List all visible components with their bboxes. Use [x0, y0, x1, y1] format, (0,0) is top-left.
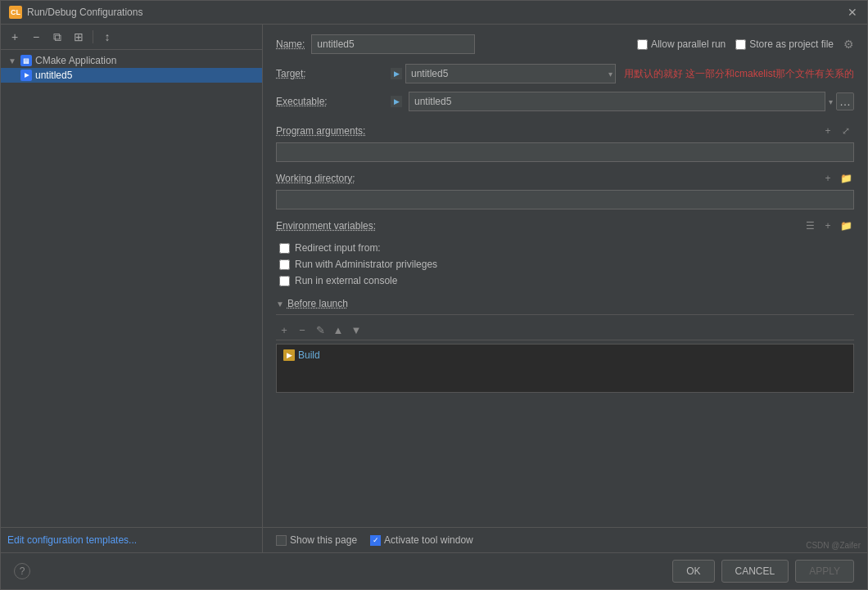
config-toolbar: + − ⧉ ⊞ ↕: [1, 25, 262, 50]
run-admin-row: Run with Administrator privileges: [276, 259, 854, 270]
config-file-icon: ▶: [20, 70, 32, 81]
working-dir-add-button[interactable]: +: [820, 170, 836, 187]
working-dir-browse-button[interactable]: 📁: [838, 170, 854, 187]
exec-dropdown-arrow-icon[interactable]: ▾: [829, 97, 833, 106]
program-args-add-button[interactable]: +: [820, 123, 836, 139]
close-button[interactable]: ✕: [846, 6, 859, 19]
remove-config-button[interactable]: −: [27, 28, 45, 46]
exec-icon: ▶: [391, 96, 402, 107]
run-debug-dialog: CL Run/Debug Configurations ✕ + − ⧉ ⊞ ↕ …: [0, 0, 868, 590]
bottom-checkboxes: Show this page Activate tool window: [263, 527, 867, 552]
run-admin-label: Run with Administrator privileges: [295, 259, 437, 270]
bl-edit-button[interactable]: ✎: [312, 322, 328, 338]
bl-move-up-button[interactable]: ▲: [330, 322, 346, 338]
show-page-checkbox[interactable]: [276, 535, 287, 546]
name-row: Name:: [276, 34, 475, 54]
bl-remove-button[interactable]: −: [294, 322, 310, 338]
program-args-actions: + ⤢: [820, 123, 854, 139]
show-page-label: Show this page: [290, 534, 357, 546]
name-input[interactable]: [311, 34, 475, 54]
env-vars-browse-button[interactable]: 📁: [838, 218, 854, 234]
bl-move-down-button[interactable]: ▼: [348, 322, 364, 338]
allow-parallel-checkbox[interactable]: [637, 39, 648, 50]
store-project-checkbox[interactable]: [735, 39, 746, 50]
before-launch-arrow-icon: ▼: [276, 300, 284, 309]
redirect-input-row: Redirect input from:: [276, 242, 854, 254]
working-dir-row: Working directory: + 📁: [276, 170, 854, 187]
env-vars-actions: ☰ + 📁: [802, 218, 854, 234]
help-button[interactable]: ?: [14, 563, 30, 579]
edit-templates-section: Edit configuration templates...: [1, 527, 262, 552]
env-vars-edit-button[interactable]: ☰: [802, 218, 818, 234]
watermark: CSDN @Zaifer: [806, 541, 861, 550]
right-panel: Name: Allow parallel run Store as projec…: [263, 25, 867, 552]
cmake-folder-icon: ▤: [20, 55, 32, 66]
sort-config-button[interactable]: ↕: [98, 28, 116, 46]
program-args-expand-button[interactable]: ⤢: [838, 123, 854, 139]
redirect-input-checkbox[interactable]: [279, 243, 290, 254]
title-bar-left: CL Run/Debug Configurations: [9, 6, 142, 19]
config-form: Name: Allow parallel run Store as projec…: [263, 25, 867, 527]
build-item[interactable]: ▶ Build: [280, 348, 850, 363]
app-icon: CL: [9, 6, 22, 19]
store-project-label[interactable]: Store as project file: [735, 38, 834, 50]
before-launch-divider: [276, 314, 854, 315]
before-launch-toolbar: + − ✎ ▲ ▼: [276, 320, 854, 340]
name-label: Name:: [276, 38, 305, 50]
redirect-input-label: Redirect input from:: [295, 242, 381, 254]
working-dir-field-row: [276, 190, 854, 209]
program-args-field-row: [276, 142, 854, 162]
edit-templates-link[interactable]: Edit configuration templates...: [7, 534, 137, 546]
activate-tool-checkbox[interactable]: [370, 535, 381, 546]
program-args-label: Program arguments:: [276, 125, 365, 137]
executable-container: ▶ untitled5 ▾ …: [391, 92, 854, 111]
left-panel: + − ⧉ ⊞ ↕ ▼ ▤ CMake Application ▶ untitl…: [1, 25, 263, 552]
target-row: Target: ▶ untitled5 ▾ 用默认的就好 这一部分和cmakel…: [276, 64, 854, 83]
show-page-item[interactable]: Show this page: [276, 534, 357, 546]
expand-icon: ▼: [7, 56, 17, 65]
executable-more-button[interactable]: …: [836, 92, 854, 110]
before-launch-header[interactable]: ▼ Before launch: [276, 298, 854, 309]
bl-add-button[interactable]: +: [276, 322, 292, 338]
ok-button[interactable]: OK: [672, 560, 714, 583]
target-select[interactable]: untitled5: [405, 64, 616, 83]
cmake-app-group[interactable]: ▼ ▤ CMake Application: [1, 53, 262, 68]
working-dir-label: Working directory:: [276, 173, 355, 184]
copy-config-button[interactable]: ⧉: [48, 28, 66, 46]
cancel-button[interactable]: CANCEL: [721, 560, 789, 583]
title-bar: CL Run/Debug Configurations ✕: [1, 1, 867, 25]
gear-icon[interactable]: ⚙: [843, 38, 854, 51]
executable-select[interactable]: untitled5: [409, 92, 825, 111]
activate-tool-label: Activate tool window: [384, 534, 473, 546]
program-args-input[interactable]: [276, 142, 854, 162]
executable-row: Executable: ▶ untitled5 ▾ …: [276, 92, 854, 111]
before-launch-section: ▼ Before launch + − ✎ ▲ ▼ ▶ Buil: [276, 298, 854, 393]
run-external-label: Run in external console: [295, 275, 397, 286]
run-admin-checkbox[interactable]: [279, 259, 290, 270]
target-dropdown-container: ▶ untitled5 ▾: [391, 64, 616, 83]
dialog-title: Run/Debug Configurations: [27, 7, 142, 18]
build-item-label: Build: [298, 349, 320, 361]
run-external-row: Run in external console: [276, 275, 854, 286]
executable-label: Executable:: [276, 96, 391, 107]
config-tree: ▼ ▤ CMake Application ▶ untitled5: [1, 50, 262, 527]
apply-button[interactable]: APPLY: [795, 560, 854, 583]
build-item-icon: ▶: [283, 349, 295, 361]
before-launch-list: ▶ Build: [276, 344, 854, 393]
config-item-untitled5[interactable]: ▶ untitled5: [1, 68, 262, 83]
working-dir-actions: + 📁: [820, 170, 854, 187]
main-content: + − ⧉ ⊞ ↕ ▼ ▤ CMake Application ▶ untitl…: [1, 25, 867, 552]
target-note: 用默认的就好 这一部分和cmakelist那个文件有关系的: [624, 67, 854, 81]
cmake-group-label: CMake Application: [35, 55, 116, 66]
activate-tool-item[interactable]: Activate tool window: [370, 534, 473, 546]
target-icon: ▶: [391, 68, 402, 79]
run-external-checkbox[interactable]: [279, 276, 290, 286]
move-config-button[interactable]: ⊞: [70, 28, 88, 46]
env-vars-add-button[interactable]: +: [820, 218, 836, 234]
allow-parallel-label[interactable]: Allow parallel run: [637, 38, 726, 50]
top-row: Name: Allow parallel run Store as projec…: [276, 34, 854, 54]
dialog-footer: ? OK CANCEL APPLY: [1, 552, 867, 589]
env-vars-label: Environment variables:: [276, 220, 376, 232]
add-config-button[interactable]: +: [6, 28, 24, 46]
working-dir-input[interactable]: [276, 190, 854, 209]
